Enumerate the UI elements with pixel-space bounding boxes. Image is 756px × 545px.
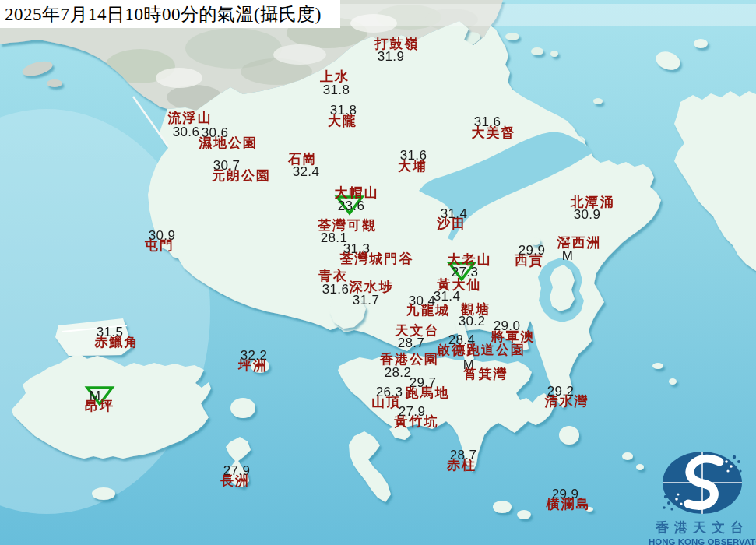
- station-name-label: 香港公園: [380, 353, 439, 366]
- station-value: 30.9: [574, 208, 600, 221]
- station-name-label: 九龍城: [406, 304, 451, 317]
- station-name-label: 長洲: [220, 474, 250, 487]
- station-value: 23.6: [338, 199, 364, 213]
- station-name-label: 黃竹坑: [395, 415, 439, 428]
- station-name-label: 打鼓嶺: [375, 37, 420, 51]
- station-value: 31.9: [378, 50, 404, 63]
- station-name-label: 元朗公園: [212, 169, 271, 182]
- station-name-label: 觀塘: [461, 303, 491, 316]
- station-name-label: 流浮山: [168, 111, 213, 125]
- title-band-overlay: [340, 4, 756, 26]
- station-name-label: 黃大仙: [438, 278, 482, 291]
- station-value: M: [562, 249, 573, 262]
- station-name-label: 石崗: [288, 153, 318, 166]
- station-value: 31.8: [323, 83, 350, 97]
- station-name-label: 大隴: [328, 114, 357, 128]
- station-name-label: 青衣: [318, 269, 348, 283]
- station-name-label: 西貢: [515, 254, 544, 267]
- station-name-label: 荃灣可觀: [318, 219, 377, 232]
- station-name-label: 濕地公園: [199, 136, 258, 149]
- station-name-label: 赤柱: [447, 459, 476, 472]
- station-name-label: 北潭涌: [571, 195, 615, 209]
- title-bar: 2025年7月14日10時00分的氣溫(攝氏度): [0, 0, 340, 28]
- station-value: 32.4: [293, 165, 319, 178]
- station-name-label: 滘西洲: [557, 236, 602, 249]
- station-name-label: 天文台: [396, 324, 440, 337]
- hko-logo-icon: [659, 450, 745, 517]
- station-name-label: 橫瀾島: [547, 498, 591, 511]
- station-name-label: 將軍澳: [491, 330, 536, 343]
- station-value: 31.6: [322, 283, 349, 296]
- station-name-label: 赤鱲角: [95, 336, 139, 349]
- hko-temperature-map-screen: 31.9打鼓嶺31.8上水31.8大隴30.6流浮山30.6濕地公園30.7元朗…: [0, 0, 756, 545]
- station-name-label: 深水埗: [350, 280, 394, 294]
- station-name-label: 荃灣城門谷: [340, 252, 414, 265]
- station-name-label: 跑馬地: [406, 386, 450, 399]
- station-name-label: 大帽山: [335, 186, 379, 199]
- station-value: 30.6: [173, 125, 199, 139]
- station-name-label: 大老山: [448, 253, 492, 266]
- station-name-label: 大埔: [398, 160, 427, 173]
- station-name-label: 沙田: [437, 217, 466, 230]
- station-name-label: 屯門: [145, 239, 174, 252]
- station-name-label: 上水: [320, 70, 350, 83]
- station-name-label: 大美督: [472, 126, 516, 139]
- station-name-label: 昂坪: [85, 399, 114, 413]
- station-value: 31.7: [353, 294, 379, 307]
- stations-layer: 31.9打鼓嶺31.8上水31.8大隴30.6流浮山30.6濕地公園30.7元朗…: [0, 0, 756, 545]
- map-title: 2025年7月14日10時00分的氣溫(攝氏度): [0, 2, 322, 26]
- station-value: 28.7: [398, 336, 424, 350]
- station-name-label: 啟德跑道公園: [437, 343, 526, 357]
- hko-logo: 香港天文台 HONG KONG OBSERVATORY: [649, 450, 756, 545]
- station-name-label: 山頂: [371, 396, 401, 409]
- station-name-label: 筲箕灣: [464, 367, 508, 381]
- station-value: 28.2: [385, 366, 411, 379]
- hko-logo-name-en: HONG KONG OBSERVATORY: [649, 537, 756, 545]
- station-name-label: 坪洲: [238, 359, 268, 372]
- hko-logo-name-zh: 香港天文台: [649, 519, 756, 536]
- station-name-label: 清水灣: [545, 395, 589, 408]
